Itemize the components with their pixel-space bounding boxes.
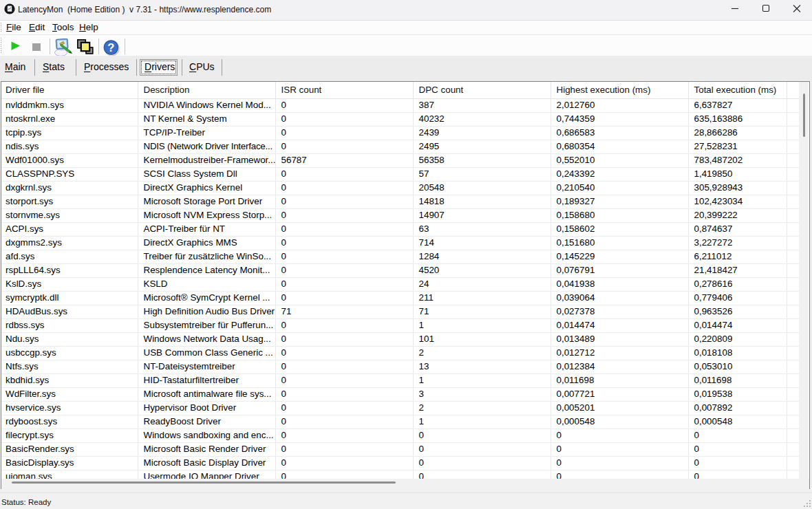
svg-text:?: ? (107, 41, 114, 54)
